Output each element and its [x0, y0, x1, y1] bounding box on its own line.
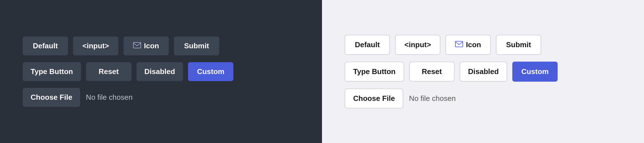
dark-submit-button[interactable]: Submit	[174, 36, 219, 55]
dark-reset-button[interactable]: Reset	[86, 62, 131, 81]
light-custom-button[interactable]: Custom	[512, 62, 558, 82]
light-submit-button[interactable]: Submit	[496, 35, 541, 55]
light-file-row: Choose File No file chosen	[345, 88, 456, 109]
light-icon-button[interactable]: Icon	[445, 35, 491, 55]
light-row-2: Type Button Reset Disabled Custom	[345, 62, 558, 82]
light-disabled-button[interactable]: Disabled	[460, 62, 507, 82]
dark-custom-button[interactable]: Custom	[188, 62, 233, 81]
svg-rect-1	[455, 41, 463, 47]
light-input-button[interactable]: <input>	[395, 35, 440, 55]
dark-panel: Default <input> Icon Submit Type Button …	[0, 0, 322, 143]
dark-choose-file-button[interactable]: Choose File	[23, 88, 80, 107]
dark-row-2: Type Button Reset Disabled Custom	[23, 62, 233, 81]
light-row-1: Default <input> Icon Submit	[345, 35, 541, 55]
dark-disabled-button[interactable]: Disabled	[137, 62, 183, 81]
light-type-button[interactable]: Type Button	[345, 62, 404, 82]
light-default-button[interactable]: Default	[345, 35, 390, 55]
light-choose-file-button[interactable]: Choose File	[345, 88, 403, 109]
svg-rect-0	[133, 42, 141, 48]
dark-default-button[interactable]: Default	[23, 36, 68, 55]
dark-row-1: Default <input> Icon Submit	[23, 36, 219, 55]
dark-icon-button[interactable]: Icon	[123, 36, 169, 55]
light-icon-label: Icon	[466, 40, 481, 49]
dark-type-button[interactable]: Type Button	[23, 62, 81, 81]
light-file-status: No file chosen	[409, 94, 456, 103]
envelope-icon	[133, 42, 141, 50]
dark-input-button[interactable]: <input>	[73, 36, 118, 55]
dark-icon-label: Icon	[144, 42, 159, 50]
light-reset-button[interactable]: Reset	[409, 62, 455, 82]
light-panel: Default <input> Icon Submit Type Button …	[322, 0, 644, 143]
dark-file-row: Choose File No file chosen	[23, 88, 133, 107]
envelope-icon-light	[455, 40, 463, 49]
dark-file-status: No file chosen	[86, 93, 133, 102]
